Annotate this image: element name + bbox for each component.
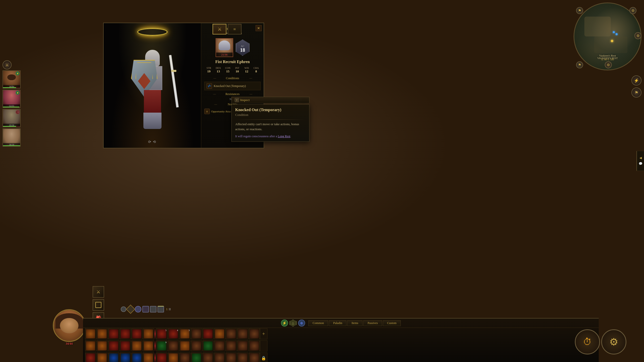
main-portrait[interactable]	[53, 309, 86, 342]
ability-cell-5[interactable]	[131, 328, 142, 339]
tooltip-note-link[interactable]: Long Rest	[278, 134, 290, 138]
panel-tab-stats[interactable]: ≡	[228, 24, 242, 34]
panel-close-button[interactable]: ✕	[256, 25, 262, 31]
turn-diamond	[126, 305, 135, 314]
indicator-action: ⚡	[281, 320, 288, 327]
inv2-cell-8[interactable]	[237, 340, 248, 351]
tab-common[interactable]: Common	[308, 320, 328, 326]
inv-cell-8[interactable]	[237, 328, 248, 339]
condition-knocked-out[interactable]: 💤 Knocked Out (Temporary)	[204, 82, 261, 90]
light-effect	[104, 23, 201, 148]
inv3-cell-6[interactable]	[214, 352, 225, 362]
inv3-cell-8[interactable]	[237, 352, 248, 362]
ability2-cell-4[interactable]	[120, 340, 131, 351]
portrait-action-sword[interactable]: ⚔	[93, 286, 104, 298]
ability3-cell-5[interactable]	[131, 352, 142, 362]
action-tabs: ⚡ △ ⊕ Common Paladin Items Passives Cust…	[83, 319, 599, 328]
ability3-cell-1[interactable]	[85, 352, 96, 362]
inv3-cell-7[interactable]	[226, 352, 237, 362]
ability3-icon-6	[144, 353, 153, 362]
inv2-icon-7	[227, 341, 236, 350]
ability2-cell-1[interactable]	[85, 340, 96, 351]
turn-phase: II	[169, 307, 171, 311]
inv-count-1: 5	[166, 329, 167, 332]
panel-tab-character[interactable]: ⚔	[213, 24, 226, 34]
add-item-button[interactable]: +	[260, 328, 267, 339]
inv2-cell-5[interactable]	[203, 340, 214, 351]
inv2-cell-4[interactable]	[191, 340, 202, 351]
tab-paladin[interactable]: Paladin	[329, 320, 346, 326]
party-portrait-4[interactable]: 38/38	[3, 128, 21, 147]
settings-button[interactable]: ⚙	[601, 329, 626, 354]
skill-icon-1[interactable]: ⚔	[3, 60, 12, 69]
inv2-cell-7[interactable]	[226, 340, 237, 351]
ability2-icon-6	[144, 341, 153, 350]
inv-cell-4[interactable]	[191, 328, 202, 339]
party-portrait-3[interactable]: ☽ 29/38	[3, 109, 21, 127]
minimap-icon-1[interactable]: ⚑	[576, 7, 583, 14]
inv2-cell-6[interactable]	[214, 340, 225, 351]
minimap-icon-4[interactable]: ⚙	[629, 7, 636, 14]
inv3-cell-2[interactable]	[168, 352, 179, 362]
ability2-cell-6[interactable]	[143, 340, 154, 351]
ability2-cell-5[interactable]	[131, 340, 142, 351]
resistances-header: Resistances	[204, 92, 261, 96]
turn-indicators: 1 II	[121, 306, 171, 312]
inv3-icon-3	[180, 353, 189, 362]
ability-cell-1[interactable]	[85, 328, 96, 339]
ability2-cell-2[interactable]	[97, 340, 108, 351]
inv-cell-9[interactable]	[249, 328, 260, 339]
character-name: Fist Recruit Ephren	[204, 60, 261, 64]
camera-hint: ⟳ ⟲	[148, 140, 157, 144]
inv-cell-1[interactable]: 5	[156, 328, 167, 339]
minimap-icon-2[interactable]: ⚙	[634, 32, 641, 39]
ability-cell-6[interactable]	[143, 328, 154, 339]
inv-cell-3[interactable]: 3	[179, 328, 190, 339]
inv3-cell-1[interactable]	[156, 352, 167, 362]
party-portrait-2[interactable]: ⚡ 53/55	[3, 90, 21, 108]
tab-passives[interactable]: Passives	[363, 320, 382, 326]
ability3-cell-3[interactable]	[108, 352, 119, 362]
ability-cell-2[interactable]	[97, 328, 108, 339]
minimap-icon-5[interactable]: ⚑	[576, 61, 583, 68]
tab-items[interactable]: Items	[347, 320, 363, 326]
ability-cell-4[interactable]	[120, 328, 131, 339]
tab-custom[interactable]: Custom	[383, 320, 401, 326]
ability-cell-3[interactable]	[108, 328, 119, 339]
equipment-lock[interactable]: 🔒	[260, 352, 267, 362]
gold-button[interactable]: ⏱	[575, 329, 600, 354]
ac-value: 18	[240, 48, 245, 53]
right-panel-toggle[interactable]: ◀ 💬	[636, 151, 644, 171]
ability3-cell-2[interactable]	[97, 352, 108, 362]
inv-cell-2[interactable]: 4	[168, 328, 179, 339]
inv-cell-5[interactable]	[203, 328, 214, 339]
inv3-cell-9[interactable]	[249, 352, 260, 362]
ability3-cell-6[interactable]	[143, 352, 154, 362]
inv-icon-8	[238, 329, 247, 338]
inv3-cell-4[interactable]	[191, 352, 202, 362]
party-portrait-1[interactable]: ⚡ 34 34/44	[3, 70, 21, 88]
right-icon-2[interactable]: ⚑	[631, 87, 641, 98]
action-bar: 1 II ⚡ △ ⊕ Common Paladin Items Passives…	[83, 318, 599, 362]
inv2-cell-2[interactable]	[168, 340, 179, 351]
inv3-cell-5[interactable]	[203, 352, 214, 362]
inv3-icon-9	[250, 353, 259, 362]
inv2-cell-1[interactable]: 9	[156, 340, 167, 351]
minimap-icon-3[interactable]: ⚙	[605, 61, 612, 68]
inv-cell-7[interactable]	[226, 328, 237, 339]
inv2-cell-3[interactable]	[179, 340, 190, 351]
inv2-cell-9[interactable]	[249, 340, 260, 351]
ability3-icon-4	[121, 353, 130, 362]
right-icon-1[interactable]: ⚡	[631, 75, 641, 85]
inv-cell-6[interactable]	[214, 328, 225, 339]
ability3-cell-4[interactable]	[120, 352, 131, 362]
gear-icon: ⚙	[609, 336, 618, 348]
ability3-icon-1	[86, 353, 95, 362]
inv2-icon-1	[157, 341, 166, 350]
ability2-cell-3[interactable]	[108, 340, 119, 351]
inv3-cell-3[interactable]	[179, 352, 190, 362]
portrait-action-shield[interactable]	[93, 299, 104, 311]
portrait-helmet	[219, 40, 230, 50]
inspect-button[interactable]: T Inspect	[231, 97, 309, 103]
stat-str-label: STR	[204, 67, 213, 69]
